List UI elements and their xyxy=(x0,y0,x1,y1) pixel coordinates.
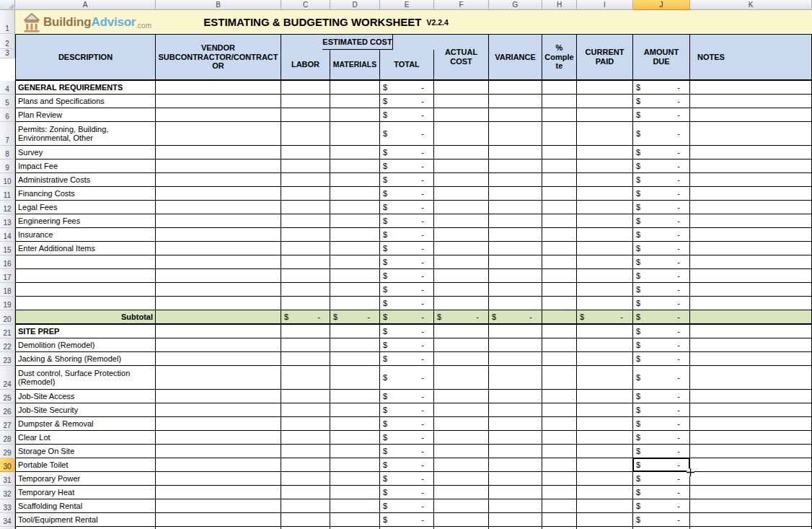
cell-G7[interactable] xyxy=(489,122,542,146)
cell-E28[interactable]: $- xyxy=(380,431,434,445)
cell-A10[interactable]: Administrative Costs xyxy=(15,173,156,187)
cell-H7[interactable] xyxy=(542,122,577,146)
cell-E12[interactable]: $- xyxy=(380,201,434,214)
cell-F16[interactable] xyxy=(434,255,489,269)
cell-A11[interactable]: Financing Costs xyxy=(15,187,156,201)
cell-G11[interactable] xyxy=(489,187,542,201)
cell-J18[interactable]: $- xyxy=(633,283,690,297)
cell-B6[interactable] xyxy=(156,108,281,122)
cell-J12[interactable]: $- xyxy=(633,201,690,214)
cell-I29[interactable] xyxy=(577,445,633,458)
select-all-corner[interactable] xyxy=(0,0,15,10)
cell-B7[interactable] xyxy=(156,122,281,146)
column-header-F[interactable]: F xyxy=(434,0,489,10)
cell-H14[interactable] xyxy=(542,228,577,242)
cell-B12[interactable] xyxy=(156,201,281,214)
cell-H18[interactable] xyxy=(542,283,577,297)
cell-B5[interactable] xyxy=(156,95,281,108)
cell-H9[interactable] xyxy=(542,159,577,173)
cell-C25[interactable] xyxy=(281,390,330,403)
cell-A8[interactable]: Survey xyxy=(15,146,156,159)
row-header-26[interactable]: 26 xyxy=(0,403,15,417)
cell-C12[interactable] xyxy=(281,201,330,214)
row-header-32[interactable]: 32 xyxy=(0,486,15,499)
cell-H4[interactable] xyxy=(542,81,577,95)
cell-J34[interactable]: $- xyxy=(633,513,690,527)
cell-J24[interactable]: $- xyxy=(633,366,690,390)
cell-C16[interactable] xyxy=(281,255,330,269)
cell-D27[interactable] xyxy=(330,417,380,431)
cell-G9[interactable] xyxy=(489,159,542,173)
cell-H26[interactable] xyxy=(542,403,577,417)
cell-J26[interactable]: $- xyxy=(633,403,690,417)
row-header-16[interactable]: 16 xyxy=(0,255,15,269)
cell-C18[interactable] xyxy=(281,283,330,297)
cell-A30[interactable]: Portable Toilet xyxy=(15,458,156,472)
cell-J23[interactable]: $- xyxy=(633,352,690,366)
cell-B21[interactable] xyxy=(156,325,281,338)
cell-A19[interactable] xyxy=(15,297,156,310)
cell-E19[interactable]: $- xyxy=(380,297,434,310)
column-header-D[interactable]: D xyxy=(330,0,380,10)
cell-K5[interactable] xyxy=(690,95,812,108)
row-header-31[interactable]: 31 xyxy=(0,472,15,486)
cell-I17[interactable] xyxy=(577,269,633,283)
cell-F25[interactable] xyxy=(434,390,489,403)
cell-G17[interactable] xyxy=(489,269,542,283)
cell-E27[interactable]: $- xyxy=(380,417,434,431)
cell-K12[interactable] xyxy=(690,201,812,214)
cell-G18[interactable] xyxy=(489,283,542,297)
cell-I9[interactable] xyxy=(577,159,633,173)
cell-E15[interactable]: $- xyxy=(380,242,434,255)
row-header-25[interactable]: 25 xyxy=(0,390,15,403)
cell-I27[interactable] xyxy=(577,417,633,431)
cell-E20[interactable]: $- xyxy=(380,310,434,325)
cell-B28[interactable] xyxy=(156,431,281,445)
cell-I24[interactable] xyxy=(577,366,633,390)
cell-I25[interactable] xyxy=(577,390,633,403)
cell-K19[interactable] xyxy=(690,297,812,310)
cell-B18[interactable] xyxy=(156,283,281,297)
cell-A4[interactable]: GENERAL REQUIREMENTS xyxy=(15,81,156,95)
cell-D31[interactable] xyxy=(330,472,380,486)
header-description[interactable]: DESCRIPTION xyxy=(15,35,156,79)
cell-F34[interactable] xyxy=(434,513,489,527)
cell-G29[interactable] xyxy=(489,445,542,458)
cell-A34[interactable]: Tool/Equipment Rental xyxy=(15,513,156,527)
cell-F22[interactable] xyxy=(434,338,489,352)
cell-H31[interactable] xyxy=(542,472,577,486)
cell-H12[interactable] xyxy=(542,201,577,214)
header-vendor[interactable]: VENDOR SUBCONTRACTOR/CONTRACT OR xyxy=(156,35,281,79)
cell-J32[interactable]: $- xyxy=(633,486,690,499)
row-header-7[interactable]: 7 xyxy=(0,122,15,146)
cell-H22[interactable] xyxy=(542,338,577,352)
cell-H33[interactable] xyxy=(542,499,577,513)
cell-F14[interactable] xyxy=(434,228,489,242)
cell-A18[interactable] xyxy=(15,283,156,297)
cell-K30[interactable] xyxy=(690,458,812,472)
column-header-C[interactable]: C xyxy=(281,0,330,10)
cell-H8[interactable] xyxy=(542,146,577,159)
cell-J13[interactable]: $- xyxy=(633,214,690,228)
cell-C11[interactable] xyxy=(281,187,330,201)
cell-K25[interactable] xyxy=(690,390,812,403)
cell-C34[interactable] xyxy=(281,513,330,527)
row-header-8[interactable]: 8 xyxy=(0,146,15,159)
cell-G24[interactable] xyxy=(489,366,542,390)
cell-E17[interactable]: $- xyxy=(380,269,434,283)
cell-J11[interactable]: $- xyxy=(633,187,690,201)
cell-E32[interactable]: $- xyxy=(380,486,434,499)
header-actual-cost[interactable]: ACTUAL COST xyxy=(434,35,489,79)
row-header-3[interactable]: 3 xyxy=(0,49,15,58)
cell-G21[interactable] xyxy=(489,325,542,338)
cell-B8[interactable] xyxy=(156,146,281,159)
cell-D32[interactable] xyxy=(330,486,380,499)
cell-C27[interactable] xyxy=(281,417,330,431)
cell-D33[interactable] xyxy=(330,499,380,513)
cell-E5[interactable]: $- xyxy=(380,95,434,108)
cell-A7[interactable]: Permits: Zoning, Building, Environmental… xyxy=(15,122,156,146)
cell-B11[interactable] xyxy=(156,187,281,201)
cell-H21[interactable] xyxy=(542,325,577,338)
row-header-11[interactable]: 11 xyxy=(0,187,15,201)
cell-I15[interactable] xyxy=(577,242,633,255)
